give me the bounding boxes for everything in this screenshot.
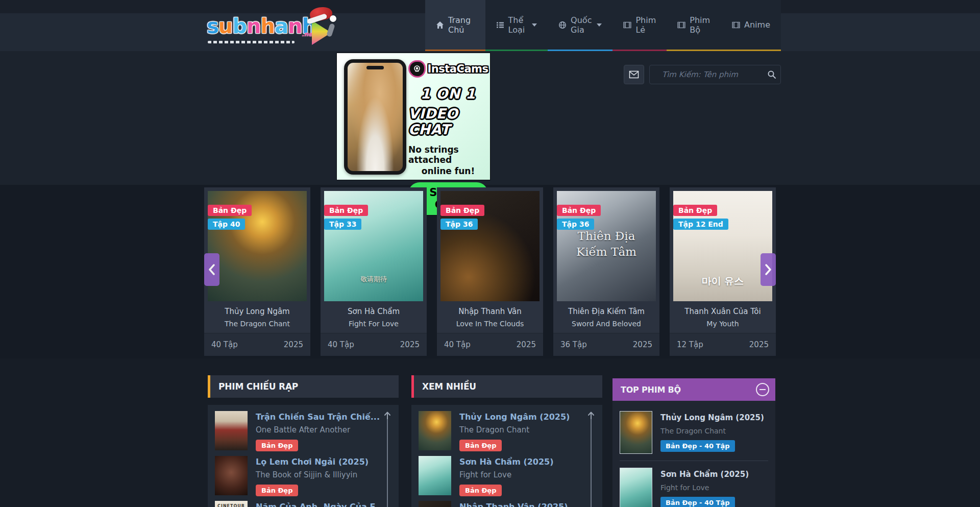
section-title: XEM NHIỀU [422, 381, 476, 392]
chevron-down-icon [597, 23, 602, 27]
quality-episode-badge: Bản Đẹp - 40 Tập [660, 440, 735, 452]
nav-item-country[interactable]: Quốc Gia [548, 0, 612, 51]
mail-button[interactable] [624, 65, 644, 84]
list-item[interactable]: Sơn Hà Chẩm (2025) Fight for Love Bản Đẹ… [620, 461, 768, 507]
poster-caption: Thiên Địa Kiếm Tâm [557, 228, 656, 260]
movie-title: Thiên Địa Kiếm Tâm [557, 307, 656, 316]
movie-title: Thủy Long Ngâm [208, 307, 307, 316]
carousel-prev-button[interactable] [204, 253, 219, 286]
quality-badge: Bản Đẹp [557, 205, 601, 216]
movie-card[interactable]: Bản Đẹp Tập 36 Nhập Thanh Vân Love In Th… [437, 187, 543, 356]
quality-badge: Bản Đẹp [256, 485, 298, 496]
ad-tagline-1: No strings attached [408, 144, 488, 165]
most-viewed-list: Thủy Long Ngâm (2025) The Dragon Chant B… [411, 405, 602, 507]
ad-model-photo [348, 63, 403, 171]
movie-year: 2025 [749, 340, 769, 349]
search-box [649, 65, 781, 84]
nav-item-label: Phim Lẻ [635, 15, 656, 35]
ad-phone-notch [366, 66, 384, 69]
quality-badge: Bản Đẹp [256, 440, 298, 451]
list-scrollbar[interactable] [383, 411, 391, 507]
search-input[interactable] [650, 70, 765, 79]
list-scrollbar[interactable] [587, 411, 595, 507]
list-icon [496, 21, 504, 29]
nav-item-label: Anime [744, 20, 770, 30]
carousel-next-button[interactable] [761, 253, 776, 286]
movie-year: 2025 [400, 340, 420, 349]
film-icon [623, 21, 631, 29]
header: Trang Chủ Thể Loại Quốc Gia Phim Lẻ Phim… [0, 0, 980, 51]
episode-badge: Tập 12 End [673, 219, 728, 230]
ad-banner[interactable]: InstaCams 1 ON 1 VIDEO CHAT No strings a… [336, 53, 491, 180]
ad-logo: InstaCams [408, 60, 488, 78]
quality-badge: Bản Đẹp [324, 205, 368, 216]
movie-title: Thủy Long Ngâm (2025) [459, 412, 570, 422]
movie-thumbnail [419, 501, 451, 507]
episode-count: 12 Tập [677, 340, 703, 349]
home-icon [436, 21, 444, 29]
list-item[interactable]: Sơn Hà Chẩm (2025) Fight for Love Bản Đẹ… [419, 456, 595, 496]
envelope-icon [629, 70, 639, 79]
movie-card[interactable]: Bản Đẹp Tập 33 敬请期待 Sơn Hà Chẩm Fight Fo… [321, 187, 427, 356]
poster-caption: 敬请期待 [324, 275, 423, 284]
nav-item-anime[interactable]: Anime [721, 0, 781, 51]
nav-item-series[interactable]: Phim Bộ [667, 0, 721, 51]
list-item[interactable]: CINETOUR Năm Của Anh, Ngày Của E... [215, 501, 391, 507]
nav-item-label: Thể Loại [508, 15, 527, 35]
list-item[interactable]: Trận Chiến Sau Trận Chiế... One Battle A… [215, 411, 391, 451]
movie-title: Thủy Long Ngâm (2025) [660, 413, 764, 422]
site-logo[interactable]: subnhanh .net [207, 11, 329, 47]
movie-card[interactable]: Bản Đẹp Tập 12 End 마이 유스 Thanh Xuân Của … [670, 187, 776, 356]
logo-decoration [326, 23, 335, 37]
poster-caption: 마이 유스 [673, 275, 772, 288]
nav-item-label: Quốc Gia [571, 15, 592, 35]
movie-subtitle: The Book of Sijjin & Illiyyin [256, 470, 369, 479]
section-title: PHIM CHIẾU RẠP [218, 381, 298, 392]
ad-phone-frame [344, 59, 406, 175]
ad-content: InstaCams 1 ON 1 VIDEO CHAT No strings a… [408, 57, 488, 177]
movie-thumbnail [215, 456, 248, 495]
globe-icon [558, 21, 567, 29]
search-button[interactable] [765, 70, 782, 79]
nav-item-label: Trang Chủ [448, 15, 475, 35]
movie-thumbnail: CINETOUR [215, 501, 248, 507]
episode-badge: Tập 36 [440, 219, 478, 230]
nav-item-home[interactable]: Trang Chủ [425, 0, 485, 51]
movie-subtitle: Fight for Love [660, 484, 749, 492]
movie-subtitle: The Dragon Chant [208, 320, 307, 328]
movie-subtitle: Love In The Clouds [440, 320, 540, 328]
collapse-button[interactable] [756, 383, 769, 396]
movie-poster: Bản Đẹp Tập 36 Thiên Địa Kiếm Tâm [557, 191, 656, 301]
quality-episode-badge: Bản Đẹp - 40 Tập [660, 497, 735, 507]
movie-poster: Bản Đẹp Tập 40 [208, 191, 307, 301]
nav-item-label: Phim Bộ [690, 15, 710, 35]
ad-headline-2: VIDEO CHAT [408, 106, 488, 137]
film-icon [677, 21, 685, 29]
movie-subtitle: My Youth [673, 320, 772, 328]
section-title: TOP PHIM BỘ [621, 385, 681, 395]
chevron-left-icon [208, 264, 215, 275]
santa-hat-icon [307, 7, 336, 25]
logo-wordmark: subnhanh [207, 14, 316, 38]
list-item[interactable]: Nhập Thanh Vân (2025) [419, 501, 595, 507]
movie-year: 2025 [284, 340, 303, 349]
chevron-down-icon [532, 23, 537, 27]
chevron-right-icon [765, 264, 772, 275]
movie-title: Năm Của Anh, Ngày Của E... [256, 502, 385, 507]
movie-card[interactable]: Bản Đẹp Tập 40 Thủy Long Ngâm The Dragon… [204, 187, 310, 356]
movie-subtitle: The Dragon Chant [459, 425, 570, 434]
nav-item-movies[interactable]: Phim Lẻ [612, 0, 667, 51]
thumbnail-caption: CINETOUR [215, 504, 248, 507]
movie-subtitle: Fight for Love [459, 470, 554, 479]
list-item[interactable]: Thủy Long Ngâm (2025) The Dragon Chant B… [620, 407, 768, 461]
list-item[interactable]: Thủy Long Ngâm (2025) The Dragon Chant B… [419, 411, 595, 451]
movie-poster: Bản Đẹp Tập 36 [440, 191, 540, 301]
episode-count: 36 Tập [560, 340, 587, 349]
nav-item-genre[interactable]: Thể Loại [485, 0, 548, 51]
movie-poster: Bản Đẹp Tập 12 End 마이 유스 [673, 191, 772, 301]
episode-badge: Tập 33 [324, 219, 361, 230]
movie-title: Sơn Hà Chẩm (2025) [660, 470, 749, 479]
ad-headline-1: 1 ON 1 [421, 86, 476, 102]
movie-card[interactable]: Bản Đẹp Tập 36 Thiên Địa Kiếm Tâm Thiên … [553, 187, 659, 356]
list-item[interactable]: Lọ Lem Chơi Ngải (2025) The Book of Sijj… [215, 456, 391, 496]
